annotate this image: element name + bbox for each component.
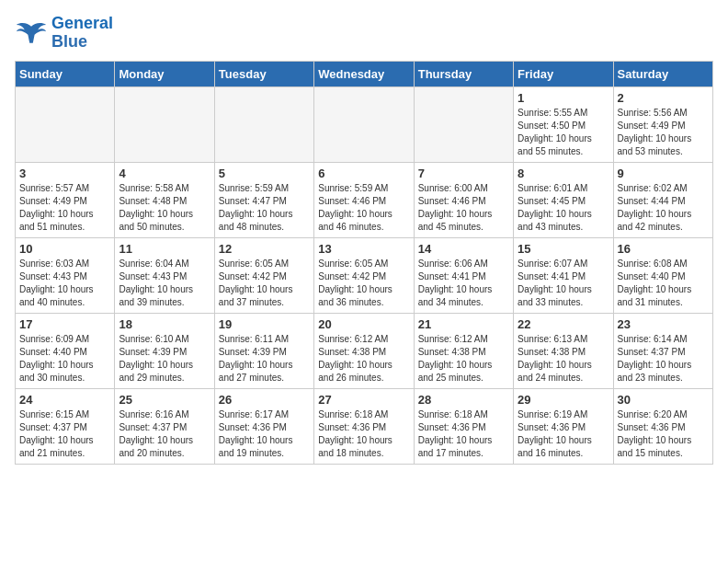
calendar-cell: 18Sunrise: 6:10 AM Sunset: 4:39 PM Dayli…	[115, 313, 214, 388]
calendar-cell	[115, 86, 214, 162]
calendar-cell	[314, 86, 414, 162]
calendar-cell	[16, 86, 115, 162]
day-info: Sunrise: 6:08 AM Sunset: 4:40 PM Dayligh…	[618, 258, 709, 309]
logo-icon	[15, 19, 48, 47]
day-number: 23	[618, 317, 709, 331]
calendar-cell: 28Sunrise: 6:18 AM Sunset: 4:36 PM Dayli…	[414, 388, 513, 464]
calendar-cell: 22Sunrise: 6:13 AM Sunset: 4:38 PM Dayli…	[514, 313, 613, 388]
day-number: 17	[19, 317, 110, 331]
day-number: 13	[318, 242, 409, 256]
col-header-friday: Friday	[514, 61, 613, 86]
calendar-cell: 12Sunrise: 6:05 AM Sunset: 4:42 PM Dayli…	[214, 237, 313, 313]
col-header-monday: Monday	[115, 61, 214, 86]
col-header-sunday: Sunday	[16, 61, 115, 86]
col-header-saturday: Saturday	[613, 61, 712, 86]
calendar-cell: 29Sunrise: 6:19 AM Sunset: 4:36 PM Dayli…	[514, 388, 613, 464]
calendar-cell: 25Sunrise: 6:16 AM Sunset: 4:37 PM Dayli…	[115, 388, 214, 464]
day-number: 4	[119, 167, 210, 180]
day-number: 7	[418, 167, 509, 180]
calendar-cell	[214, 86, 313, 162]
calendar-cell: 20Sunrise: 6:12 AM Sunset: 4:38 PM Dayli…	[314, 313, 414, 388]
day-info: Sunrise: 6:15 AM Sunset: 4:37 PM Dayligh…	[19, 408, 110, 460]
day-info: Sunrise: 6:12 AM Sunset: 4:38 PM Dayligh…	[418, 333, 509, 385]
logo: General Blue	[15, 15, 113, 52]
calendar-cell: 21Sunrise: 6:12 AM Sunset: 4:38 PM Dayli…	[414, 313, 513, 388]
day-number: 2	[618, 91, 709, 105]
day-number: 19	[219, 317, 310, 331]
calendar-week-3: 10Sunrise: 6:03 AM Sunset: 4:43 PM Dayli…	[16, 237, 713, 313]
calendar-week-5: 24Sunrise: 6:15 AM Sunset: 4:37 PM Dayli…	[16, 388, 713, 464]
day-info: Sunrise: 6:04 AM Sunset: 4:43 PM Dayligh…	[119, 258, 210, 309]
logo-text: General Blue	[51, 15, 113, 52]
day-number: 16	[618, 242, 709, 256]
calendar-cell: 13Sunrise: 6:05 AM Sunset: 4:42 PM Dayli…	[314, 237, 414, 313]
day-number: 29	[518, 393, 609, 407]
day-info: Sunrise: 6:19 AM Sunset: 4:36 PM Dayligh…	[518, 408, 609, 460]
calendar-cell: 19Sunrise: 6:11 AM Sunset: 4:39 PM Dayli…	[214, 313, 313, 388]
calendar-cell: 4Sunrise: 5:58 AM Sunset: 4:48 PM Daylig…	[115, 162, 214, 237]
day-number: 6	[318, 167, 409, 180]
calendar-cell: 8Sunrise: 6:01 AM Sunset: 4:45 PM Daylig…	[514, 162, 613, 237]
day-number: 24	[19, 393, 110, 407]
day-info: Sunrise: 5:57 AM Sunset: 4:49 PM Dayligh…	[19, 182, 110, 234]
calendar-cell: 6Sunrise: 5:59 AM Sunset: 4:46 PM Daylig…	[314, 162, 414, 237]
header-row: SundayMondayTuesdayWednesdayThursdayFrid…	[16, 61, 713, 86]
day-info: Sunrise: 6:05 AM Sunset: 4:42 PM Dayligh…	[318, 258, 409, 309]
calendar-cell: 26Sunrise: 6:17 AM Sunset: 4:36 PM Dayli…	[214, 388, 313, 464]
day-info: Sunrise: 6:16 AM Sunset: 4:37 PM Dayligh…	[119, 408, 210, 460]
day-number: 12	[219, 242, 310, 256]
day-info: Sunrise: 6:17 AM Sunset: 4:36 PM Dayligh…	[219, 408, 310, 460]
day-number: 5	[219, 167, 310, 180]
calendar-week-1: 1Sunrise: 5:55 AM Sunset: 4:50 PM Daylig…	[16, 86, 713, 162]
calendar-cell: 23Sunrise: 6:14 AM Sunset: 4:37 PM Dayli…	[613, 313, 712, 388]
day-number: 26	[219, 393, 310, 407]
calendar-cell: 24Sunrise: 6:15 AM Sunset: 4:37 PM Dayli…	[16, 388, 115, 464]
day-number: 10	[19, 242, 110, 256]
day-info: Sunrise: 5:56 AM Sunset: 4:49 PM Dayligh…	[618, 107, 709, 158]
day-info: Sunrise: 6:06 AM Sunset: 4:41 PM Dayligh…	[418, 258, 509, 309]
page-header: General Blue	[15, 15, 713, 52]
day-number: 18	[119, 317, 210, 331]
col-header-thursday: Thursday	[414, 61, 513, 86]
calendar-cell: 14Sunrise: 6:06 AM Sunset: 4:41 PM Dayli…	[414, 237, 513, 313]
calendar-cell: 10Sunrise: 6:03 AM Sunset: 4:43 PM Dayli…	[16, 237, 115, 313]
calendar-table: SundayMondayTuesdayWednesdayThursdayFrid…	[15, 61, 713, 465]
day-info: Sunrise: 6:02 AM Sunset: 4:44 PM Dayligh…	[618, 182, 709, 234]
day-number: 21	[418, 317, 509, 331]
day-number: 1	[518, 91, 609, 105]
day-number: 25	[119, 393, 210, 407]
day-info: Sunrise: 5:59 AM Sunset: 4:47 PM Dayligh…	[219, 182, 310, 234]
calendar-cell: 7Sunrise: 6:00 AM Sunset: 4:46 PM Daylig…	[414, 162, 513, 237]
day-number: 22	[518, 317, 609, 331]
day-number: 3	[19, 167, 110, 180]
day-info: Sunrise: 5:55 AM Sunset: 4:50 PM Dayligh…	[518, 107, 609, 158]
calendar-cell: 1Sunrise: 5:55 AM Sunset: 4:50 PM Daylig…	[514, 86, 613, 162]
day-info: Sunrise: 6:09 AM Sunset: 4:40 PM Dayligh…	[19, 333, 110, 385]
col-header-wednesday: Wednesday	[314, 61, 414, 86]
day-info: Sunrise: 6:10 AM Sunset: 4:39 PM Dayligh…	[119, 333, 210, 385]
calendar-week-4: 17Sunrise: 6:09 AM Sunset: 4:40 PM Dayli…	[16, 313, 713, 388]
calendar-cell: 9Sunrise: 6:02 AM Sunset: 4:44 PM Daylig…	[613, 162, 712, 237]
calendar-cell: 30Sunrise: 6:20 AM Sunset: 4:36 PM Dayli…	[613, 388, 712, 464]
calendar-week-2: 3Sunrise: 5:57 AM Sunset: 4:49 PM Daylig…	[16, 162, 713, 237]
day-info: Sunrise: 6:18 AM Sunset: 4:36 PM Dayligh…	[318, 408, 409, 460]
day-number: 20	[318, 317, 409, 331]
day-number: 14	[418, 242, 509, 256]
calendar-cell: 15Sunrise: 6:07 AM Sunset: 4:41 PM Dayli…	[514, 237, 613, 313]
day-info: Sunrise: 6:13 AM Sunset: 4:38 PM Dayligh…	[518, 333, 609, 385]
day-info: Sunrise: 5:59 AM Sunset: 4:46 PM Dayligh…	[318, 182, 409, 234]
day-info: Sunrise: 6:11 AM Sunset: 4:39 PM Dayligh…	[219, 333, 310, 385]
calendar-cell: 5Sunrise: 5:59 AM Sunset: 4:47 PM Daylig…	[214, 162, 313, 237]
calendar-cell: 16Sunrise: 6:08 AM Sunset: 4:40 PM Dayli…	[613, 237, 712, 313]
day-number: 11	[119, 242, 210, 256]
calendar-cell: 27Sunrise: 6:18 AM Sunset: 4:36 PM Dayli…	[314, 388, 414, 464]
day-info: Sunrise: 6:18 AM Sunset: 4:36 PM Dayligh…	[418, 408, 509, 460]
day-info: Sunrise: 5:58 AM Sunset: 4:48 PM Dayligh…	[119, 182, 210, 234]
day-info: Sunrise: 6:03 AM Sunset: 4:43 PM Dayligh…	[19, 258, 110, 309]
day-number: 8	[518, 167, 609, 180]
day-info: Sunrise: 6:07 AM Sunset: 4:41 PM Dayligh…	[518, 258, 609, 309]
day-number: 30	[618, 393, 709, 407]
day-number: 15	[518, 242, 609, 256]
day-number: 9	[618, 167, 709, 180]
calendar-cell: 11Sunrise: 6:04 AM Sunset: 4:43 PM Dayli…	[115, 237, 214, 313]
